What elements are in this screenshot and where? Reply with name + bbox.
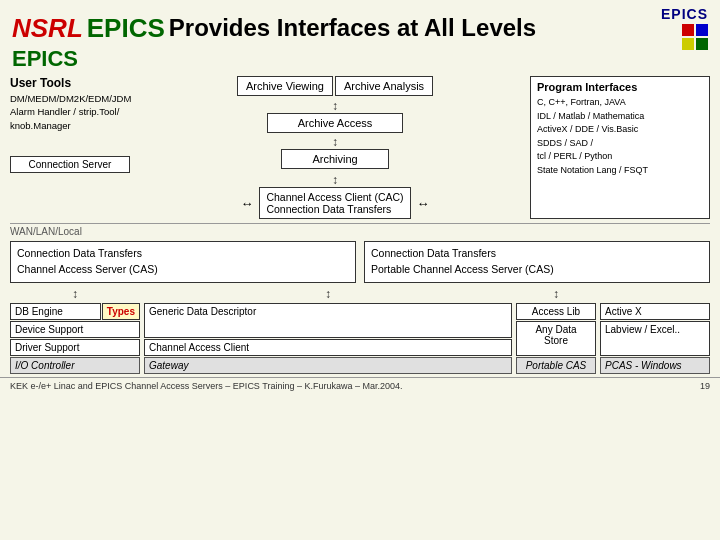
program-interfaces: Program Interfaces C, C++, Fortran, JAVA… [530,76,710,219]
footer-citation: KEK e-/e+ Linac and EPICS Channel Access… [10,381,402,391]
cas-right-box: Connection Data Transfers Portable Chann… [364,241,710,283]
left-arrows: ↔ [240,196,253,211]
epics-colored-label: EPICS [87,13,165,44]
device-support-box: Device Support [10,321,140,338]
channel-client-box: Channel Access Client [144,339,512,356]
connection-data-label: Connection Data Transfers [266,203,403,215]
footer: KEK e-/e+ Linac and EPICS Channel Access… [0,377,720,394]
portable-cas-box: Portable CAS [516,357,596,374]
cas-left-line2: Channel Access Server (CAS) [17,262,349,278]
epics-large: EPICS [0,46,720,72]
cas-right-line1: Connection Data Transfers [371,246,703,262]
archiving-box: Archiving [281,149,388,169]
right-col: Active X Labview / Excel.. PCAS - Window… [600,303,710,374]
main-content: User Tools DM/MEDM/DM2K/EDM/JDM Alarm Ha… [0,76,720,374]
cas-right-line2: Portable Channel Access Server (CAS) [371,262,703,278]
arrow-down-1: ↕ [332,99,338,113]
pi-title: Program Interfaces [537,81,703,93]
arrow-db: ↕ [10,287,140,301]
header-title: NSRL EPICS Provides Interfaces at All Le… [12,13,536,44]
db-engine-box: DB Engine [10,303,101,320]
right-arrows: ↔ [417,196,430,211]
left-stack: DB Engine Types Device Support Driver Su… [10,303,140,374]
connection-server-box: Connection Server [10,156,130,173]
cac-box: Channel Access Client (CAC) Connection D… [259,187,410,219]
access-col: Access Lib Any Data Store Portable CAS [516,303,596,374]
archive-center: Archive Viewing Archive Analysis ↕ Archi… [146,76,524,219]
archive-viewing-box: Archive Viewing [237,76,333,96]
nsrl-label: NSRL [12,13,83,44]
db-row: DB Engine Types [10,303,140,320]
footer-page: 19 [700,381,710,391]
arrow-access: ↕ [516,287,596,301]
labview-box: Labview / Excel.. [600,321,710,356]
arrow-generic: ↕ [144,287,512,301]
epics-logo: EPICS [661,6,708,50]
sq-green [696,38,708,50]
pcas-box: PCAS - Windows [600,357,710,374]
main-title: Provides Interfaces at All Levels [169,14,536,42]
epics-logo-text: EPICS [661,6,708,22]
user-tools-title: User Tools [10,76,140,90]
archive-analysis-box: Archive Analysis [335,76,433,96]
cas-left-box: Connection Data Transfers Channel Access… [10,241,356,283]
generic-data-box: Generic Data Descriptor [144,303,512,338]
arrow-down-3: ↕ [332,173,338,187]
arrow-right [600,287,710,301]
gateway-box: Gateway [144,357,512,374]
divider: WAN/LAN/Local [10,223,710,237]
logo-squares [682,24,708,50]
bottom-section: DB Engine Types Device Support Driver Su… [10,303,710,374]
sq-yellow [682,38,694,50]
driver-support-box: Driver Support [10,339,140,356]
cas-section: Connection Data Transfers Channel Access… [10,241,710,283]
archive-access-box: Archive Access [267,113,404,133]
types-box: Types [102,303,140,320]
cac-label: Channel Access Client (CAC) [266,191,403,203]
any-data-store-box: Any Data Store [516,321,596,356]
sq-red [682,24,694,36]
arrow-down-2: ↕ [332,135,338,149]
io-controller-box: I/O Controller [10,357,140,374]
sq-blue [696,24,708,36]
generic-col: Generic Data Descriptor Channel Access C… [144,303,512,374]
pi-detail: C, C++, Fortran, JAVA IDL / Matlab / Mat… [537,96,703,177]
user-tools-col: User Tools DM/MEDM/DM2K/EDM/JDM Alarm Ha… [10,76,140,219]
active-x-box: Active X [600,303,710,320]
user-tools-detail: DM/MEDM/DM2K/EDM/JDM Alarm Handler / str… [10,92,140,132]
cas-left-line1: Connection Data Transfers [17,246,349,262]
header: NSRL EPICS Provides Interfaces at All Le… [0,0,720,52]
wan-label: WAN/LAN/Local [10,226,710,237]
access-lib-box: Access Lib [516,303,596,320]
